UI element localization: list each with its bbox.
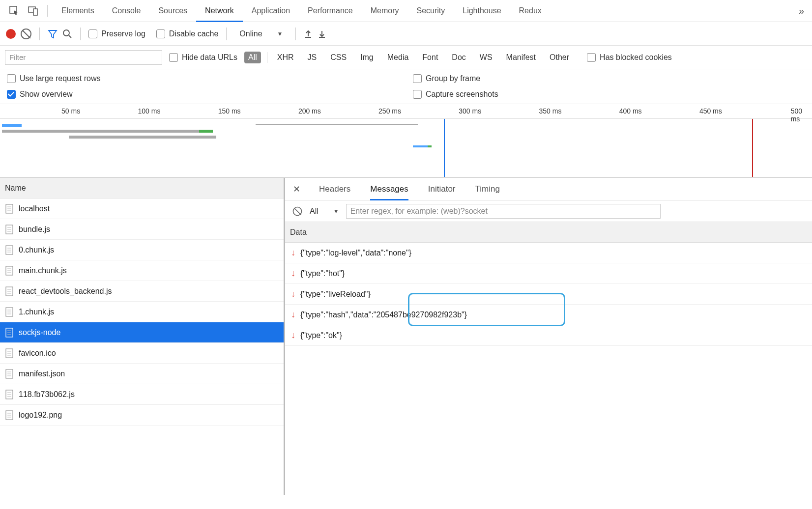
- clear-messages-button[interactable]: [293, 206, 302, 216]
- message-data: {"type":"ok"}: [300, 331, 342, 340]
- message-row[interactable]: ↓{"type":"log-level","data":"none"}: [285, 243, 812, 263]
- tab-network[interactable]: Network: [196, 0, 243, 22]
- request-row[interactable]: 0.chunk.js: [0, 240, 284, 260]
- inspect-icon[interactable]: [8, 4, 21, 17]
- tab-sources[interactable]: Sources: [149, 0, 196, 22]
- messages-regex-input[interactable]: [346, 204, 661, 219]
- file-icon: [5, 245, 14, 255]
- resource-type-img[interactable]: Img: [356, 52, 377, 63]
- detail-tab-initiator[interactable]: Initiator: [428, 178, 456, 200]
- show-overview-checkbox[interactable]: Show overview: [7, 90, 399, 99]
- tab-console[interactable]: Console: [103, 0, 150, 22]
- detail-tab-messages[interactable]: Messages: [370, 178, 408, 200]
- resource-type-ws[interactable]: WS: [476, 52, 496, 63]
- request-row[interactable]: bundle.js: [0, 219, 284, 240]
- hide-data-urls-label: Hide data URLs: [182, 53, 237, 62]
- request-name: bundle.js: [19, 225, 50, 234]
- resource-type-doc[interactable]: Doc: [448, 52, 469, 63]
- hide-data-urls-checkbox[interactable]: Hide data URLs: [169, 53, 237, 62]
- incoming-arrow-icon: ↓: [291, 268, 295, 279]
- disable-cache-label: Disable cache: [169, 29, 219, 38]
- file-icon: [5, 369, 14, 379]
- file-icon: [5, 348, 14, 358]
- message-data: {"type":"hot"}: [300, 269, 345, 278]
- overview-timeline[interactable]: 50 ms100 ms150 ms200 ms250 ms300 ms350 m…: [0, 104, 812, 178]
- filter-toggle-icon[interactable]: [48, 29, 58, 39]
- message-data: {"type":"log-level","data":"none"}: [300, 249, 411, 257]
- request-row[interactable]: sockjs-node: [0, 322, 284, 343]
- data-column-header[interactable]: Data: [285, 222, 812, 243]
- name-column-header[interactable]: Name: [0, 178, 284, 198]
- download-har-icon[interactable]: [318, 29, 326, 38]
- messages-filter-bar: All ▼: [285, 200, 812, 222]
- checkbox-icon: [7, 74, 16, 83]
- chevron-down-icon: ▼: [333, 208, 339, 215]
- has-blocked-cookies-checkbox[interactable]: Has blocked cookies: [587, 53, 672, 62]
- capture-screenshots-checkbox[interactable]: Capture screenshots: [413, 90, 805, 99]
- messages-list[interactable]: ↓{"type":"log-level","data":"none"}↓{"ty…: [285, 243, 812, 495]
- detail-tab-headers[interactable]: Headers: [319, 178, 350, 200]
- request-row[interactable]: 118.fb73b062.js: [0, 384, 284, 405]
- request-row[interactable]: main.chunk.js: [0, 260, 284, 281]
- tab-application[interactable]: Application: [243, 0, 299, 22]
- tab-performance[interactable]: Performance: [299, 0, 362, 22]
- close-detail-button[interactable]: ✕: [293, 184, 300, 195]
- clear-button[interactable]: [21, 28, 31, 39]
- message-data: {"type":"hash","data":"205487be9270982f9…: [300, 311, 467, 319]
- request-row[interactable]: logo192.png: [0, 405, 284, 425]
- request-name: localhost: [19, 204, 50, 213]
- tab-redux[interactable]: Redux: [510, 0, 551, 22]
- incoming-arrow-icon: ↓: [291, 248, 295, 258]
- resource-type-manifest[interactable]: Manifest: [502, 52, 540, 63]
- requests-list[interactable]: localhostbundle.js0.chunk.jsmain.chunk.j…: [0, 198, 284, 495]
- detail-tabs: ✕ HeadersMessagesInitiatorTiming: [285, 178, 812, 200]
- large-request-rows-checkbox[interactable]: Use large request rows: [7, 74, 399, 83]
- resource-type-css[interactable]: CSS: [326, 52, 350, 63]
- tabs-overflow-icon[interactable]: »: [799, 5, 804, 17]
- request-name: 0.chunk.js: [19, 246, 54, 254]
- devtools-tabs-bar: ElementsConsoleSourcesNetworkApplication…: [0, 0, 812, 22]
- filter-bar: Hide data URLs AllXHRJSCSSImgMediaFontDo…: [0, 46, 812, 69]
- resource-type-js[interactable]: JS: [304, 52, 321, 63]
- tab-elements[interactable]: Elements: [53, 0, 103, 22]
- messages-type-select[interactable]: All ▼: [310, 207, 339, 216]
- tab-memory[interactable]: Memory: [362, 0, 408, 22]
- tab-security[interactable]: Security: [407, 0, 454, 22]
- resource-type-other[interactable]: Other: [546, 52, 573, 63]
- resource-type-all[interactable]: All: [244, 52, 261, 63]
- group-by-frame-checkbox[interactable]: Group by frame: [413, 74, 805, 83]
- divider: [295, 28, 296, 40]
- request-row[interactable]: react_devtools_backend.js: [0, 281, 284, 302]
- upload-har-icon[interactable]: [304, 29, 313, 38]
- checkbox-icon: [156, 29, 165, 38]
- request-row[interactable]: manifest.json: [0, 364, 284, 384]
- disable-cache-checkbox[interactable]: Disable cache: [156, 29, 219, 38]
- request-name: react_devtools_backend.js: [19, 287, 112, 296]
- tab-lighthouse[interactable]: Lighthouse: [454, 0, 510, 22]
- search-icon[interactable]: [62, 29, 72, 39]
- request-row[interactable]: favicon.ico: [0, 343, 284, 364]
- message-row[interactable]: ↓{"type":"hash","data":"205487be9270982f…: [285, 305, 812, 325]
- request-name: sockjs-node: [19, 328, 60, 337]
- filter-input[interactable]: [5, 50, 162, 65]
- divider: [226, 28, 227, 40]
- request-row[interactable]: localhost: [0, 198, 284, 219]
- resource-type-media[interactable]: Media: [383, 52, 413, 63]
- preserve-log-checkbox[interactable]: Preserve log: [88, 29, 145, 38]
- divider: [80, 28, 81, 40]
- throttling-select[interactable]: Online ▼: [234, 28, 288, 40]
- resource-type-xhr[interactable]: XHR: [273, 52, 298, 63]
- message-row[interactable]: ↓{"type":"ok"}: [285, 325, 812, 346]
- large-rows-label: Use large request rows: [20, 74, 101, 83]
- timeline-tick: 100 ms: [138, 107, 160, 115]
- svg-rect-2: [33, 9, 37, 15]
- request-row[interactable]: 1.chunk.js: [0, 302, 284, 322]
- chevron-down-icon: ▼: [277, 30, 283, 37]
- record-button[interactable]: [6, 29, 16, 39]
- show-overview-label: Show overview: [20, 90, 73, 99]
- device-toggle-icon[interactable]: [27, 4, 39, 17]
- resource-type-font[interactable]: Font: [418, 52, 442, 63]
- detail-tab-timing[interactable]: Timing: [475, 178, 500, 200]
- message-row[interactable]: ↓{"type":"liveReload"}: [285, 284, 812, 305]
- message-row[interactable]: ↓{"type":"hot"}: [285, 263, 812, 284]
